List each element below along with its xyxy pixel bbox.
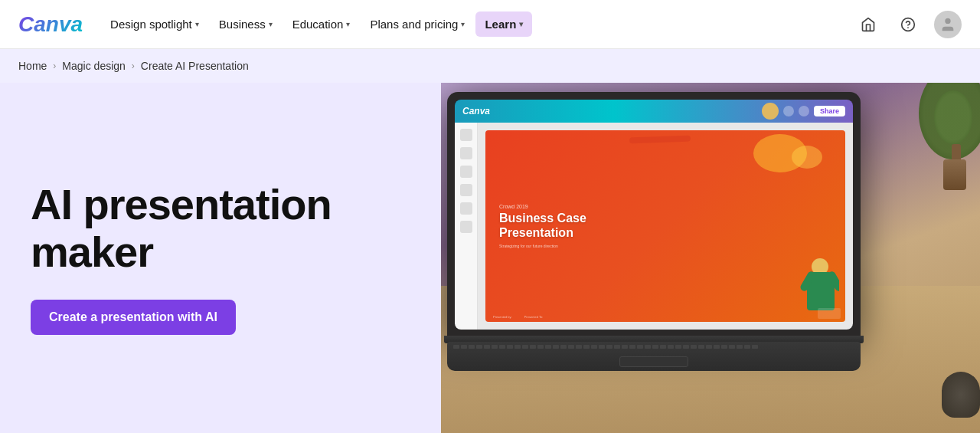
home-icon-button[interactable] [854,11,882,38]
chevron-down-icon: ▾ [346,20,350,28]
create-presentation-button[interactable]: Create a presentation with AI [31,300,236,335]
plant-pot [943,159,966,190]
breadcrumb: Home › Magic design › Create AI Presenta… [0,49,980,83]
keyboard-row [447,342,861,350]
laptop-screen: Canva Share [455,100,853,330]
slide-footer: Presented by: Presented To: [493,315,792,319]
breadcrumb-magic-design[interactable]: Magic design [62,60,126,72]
nav-right [854,11,962,38]
user-icon [939,16,956,33]
nav-item-design-spotlight[interactable]: Design spotlight ▾ [101,11,208,37]
canva-left-sidebar [455,123,478,330]
share-button[interactable]: Share [814,106,845,116]
logo-text: Canva [18,12,83,36]
nav-items: Design spotlight ▾ Business ▾ Education … [101,11,851,37]
laptop-container: Canva Share [447,92,876,433]
toolbar-icon-2 [799,106,809,116]
hero-title: AI presentation maker [31,181,410,275]
sidebar-tool-6 [460,221,472,233]
nav-item-learn[interactable]: Learn ▾ [475,11,532,37]
trackpad [619,356,688,367]
slide-title-line1: Business Case Presentation [499,212,831,240]
breadcrumb-current: Create AI Presentation [141,60,249,72]
sidebar-tool-1 [460,129,472,141]
canva-logo-small: Canva [462,106,490,116]
navbar: Canva Design spotlight ▾ Business ▾ Educ… [0,0,980,49]
home-icon [861,17,876,32]
laptop-keyboard-base [447,342,861,371]
slide-label: Crowd 2019 [499,204,831,209]
help-icon [900,17,916,32]
svg-point-2 [945,18,950,23]
breadcrumb-home[interactable]: Home [18,60,47,72]
nav-label-plans-pricing: Plans and pricing [370,18,458,31]
slide-shape-2 [792,146,822,169]
canva-toolbar: Canva Share [455,100,853,123]
slide-footer-left: Presented by: [493,315,512,319]
slide-canvas: Crowd 2019 Business Case Presentation St… [485,130,845,322]
chevron-down-icon: ▾ [195,20,199,28]
sidebar-tool-4 [460,184,472,196]
nav-label-design-spotlight: Design spotlight [110,18,192,31]
plant-decoration [903,83,980,190]
plant-leaf-2 [934,90,972,144]
slide-footer-right: Presented To: [524,315,544,319]
sidebar-tool-2 [460,147,472,159]
laptop-lid: Canva Share [447,92,861,337]
avatar[interactable] [934,11,962,38]
sidebar-tool-3 [460,166,472,178]
slide-logo-badge [818,308,841,319]
brush-stroke [629,136,691,144]
toolbar-avatar [762,103,779,120]
help-icon-button[interactable] [894,11,922,38]
mouse-device [942,372,980,418]
nav-label-business: Business [219,18,266,31]
hero-right: Canva Share [441,83,980,433]
hero-left: AI presentation maker Create a presentat… [0,83,441,433]
breadcrumb-separator-1: › [53,61,56,71]
hero-section: AI presentation maker Create a presentat… [0,83,980,433]
sidebar-tool-5 [460,202,472,215]
nav-item-plans-pricing[interactable]: Plans and pricing ▾ [361,11,474,37]
nav-label-learn: Learn [485,18,516,31]
chevron-down-icon: ▾ [461,20,465,28]
slide-tagline: Strategizing for our future direction [499,244,831,248]
canvas-area: Crowd 2019 Business Case Presentation St… [478,123,853,330]
canva-logo[interactable]: Canva [18,12,83,37]
nav-item-education[interactable]: Education ▾ [283,11,360,37]
toolbar-right: Share [762,103,845,120]
breadcrumb-separator-2: › [132,61,135,71]
chevron-down-icon: ▾ [269,20,273,28]
chevron-down-icon: ▾ [519,20,523,28]
toolbar-icon-1 [783,106,794,116]
nav-item-business[interactable]: Business ▾ [210,11,282,37]
nav-label-education: Education [292,18,344,31]
canva-editor: Crowd 2019 Business Case Presentation St… [455,123,853,330]
